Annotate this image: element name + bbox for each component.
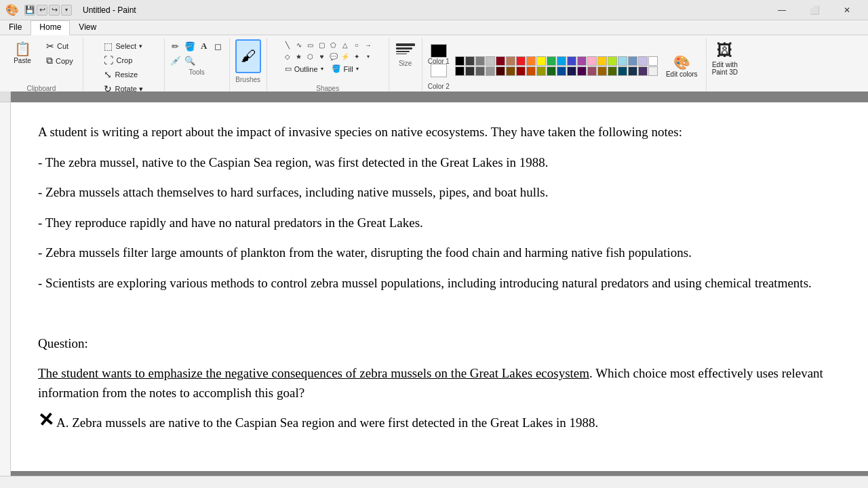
edit-colors-button[interactable]: 🎨 Edit colors — [663, 53, 701, 79]
line-shape[interactable]: ╲ — [282, 39, 293, 50]
arrow-shape[interactable]: → — [363, 39, 374, 50]
color-swatch[interactable] — [526, 56, 536, 66]
color1-box[interactable] — [431, 44, 447, 58]
color-swatch[interactable] — [638, 56, 648, 66]
close-button[interactable]: ✕ — [831, 0, 863, 20]
save-icon[interactable]: 💾 — [24, 5, 35, 16]
color-swatch[interactable] — [587, 56, 597, 66]
select-icon: ⬚ — [104, 41, 113, 52]
color-swatch[interactable] — [506, 66, 515, 76]
lightning-shape[interactable]: ⚡ — [340, 51, 351, 62]
color-swatch[interactable] — [557, 66, 566, 76]
pencil-button[interactable]: ✏ — [169, 39, 182, 53]
redo-icon[interactable]: ↪ — [49, 5, 60, 16]
color-swatch[interactable] — [526, 66, 536, 76]
star-shape[interactable]: ★ — [294, 51, 304, 62]
color-swatch[interactable] — [486, 56, 495, 66]
color-swatch[interactable] — [516, 66, 526, 76]
color-swatch[interactable] — [516, 56, 526, 66]
copy-button[interactable]: ⧉ Copy — [42, 54, 77, 68]
note-2: - Zebra mussels attach themselves to har… — [38, 183, 841, 203]
fill-button[interactable]: 🪣 — [183, 39, 197, 53]
color-swatch[interactable] — [628, 66, 637, 76]
cut-button[interactable]: ✂ Cut — [42, 39, 77, 53]
color-swatch[interactable] — [608, 66, 617, 76]
color-swatch[interactable] — [536, 56, 546, 66]
color-swatch[interactable] — [577, 66, 587, 76]
ruler-corner — [0, 92, 11, 102]
color-swatch[interactable] — [648, 56, 658, 66]
colorpicker-button[interactable]: 💉 — [169, 54, 182, 67]
color-swatch[interactable] — [587, 66, 597, 76]
color-swatch[interactable] — [638, 66, 648, 76]
resize-button[interactable]: ⤡ Resize — [100, 68, 146, 81]
crop-icon: ⛶ — [104, 55, 113, 66]
more-shapes[interactable]: ▾ — [363, 51, 374, 62]
color-swatch[interactable] — [547, 66, 556, 76]
minimize-button[interactable]: — — [766, 0, 797, 20]
outline-icon: ▭ — [285, 64, 292, 73]
star4-shape[interactable]: ✦ — [351, 51, 362, 62]
triangle-shape[interactable]: △ — [340, 39, 351, 50]
color-swatch[interactable] — [475, 56, 485, 66]
diamond-shape[interactable]: ◇ — [282, 51, 293, 62]
app-icon: 🎨 — [5, 3, 19, 17]
color-swatch[interactable] — [567, 66, 576, 76]
color-swatch[interactable] — [475, 66, 485, 76]
magnifier-button[interactable]: 🔍 — [183, 54, 197, 67]
color-swatch[interactable] — [597, 56, 607, 66]
size-button[interactable] — [393, 41, 418, 57]
window-controls: — ⬜ ✕ — [766, 0, 863, 20]
color-swatch[interactable] — [608, 56, 617, 66]
callout-shape[interactable]: 💬 — [328, 51, 339, 62]
color-swatch[interactable] — [536, 66, 546, 76]
color-swatch[interactable] — [547, 56, 556, 66]
color-swatch[interactable] — [618, 66, 627, 76]
color-swatch[interactable] — [506, 56, 515, 66]
color-swatch[interactable] — [496, 66, 505, 76]
outline-fill-row: ▭ Outline ▾ 🪣 Fill ▾ — [282, 63, 361, 75]
color-swatch[interactable] — [455, 56, 465, 66]
tab-home[interactable]: Home — [31, 20, 70, 35]
clipboard-group: 📋 Paste ✂ Cut ⧉ Copy Clipboard — [0, 38, 83, 94]
paste-button[interactable]: 📋 Paste — [5, 39, 39, 67]
roundrect-shape[interactable]: ▢ — [317, 39, 328, 50]
shapes-group-inner: ╲ ∿ ▭ ▢ ⬠ △ ○ → ◇ ★ ⬡ ♥ 💬 ⚡ ✦ ▾ ▭ Ou — [282, 39, 374, 83]
tab-view[interactable]: View — [70, 20, 105, 35]
color-swatch[interactable] — [455, 66, 465, 76]
color-swatch[interactable] — [597, 66, 607, 76]
fill-dropdown-button[interactable]: 🪣 Fill ▾ — [329, 63, 361, 75]
polygon-shape[interactable]: ⬠ — [328, 39, 339, 50]
image-group-inner: ⬚ Select ▾ ⛶ Crop ⤡ Resize ↻ Rotate ▾ — [100, 39, 146, 96]
color-boxes: Color 1 Color 2 — [428, 41, 450, 90]
color-swatch[interactable] — [486, 66, 495, 76]
maximize-button[interactable]: ⬜ — [799, 0, 830, 20]
color-swatch[interactable] — [567, 56, 576, 66]
eraser-button[interactable]: ◻ — [212, 39, 225, 53]
color2-box[interactable] — [431, 64, 447, 77]
canvas-scroll[interactable]: A student is writing a report about the … — [11, 102, 868, 476]
undo-icon[interactable]: ↩ — [37, 5, 47, 16]
curve-shape[interactable]: ∿ — [294, 39, 304, 50]
color-swatch[interactable] — [618, 56, 627, 66]
crop-button[interactable]: ⛶ Crop — [100, 54, 146, 67]
color-swatch[interactable] — [628, 56, 637, 66]
color-swatch[interactable] — [577, 56, 587, 66]
tab-file[interactable]: File — [0, 20, 31, 35]
brushes-label: Brushes — [235, 76, 260, 83]
rect-shape[interactable]: ▭ — [305, 39, 316, 50]
pentagon-shape[interactable]: ⬡ — [305, 51, 316, 62]
color-swatch[interactable] — [465, 56, 475, 66]
select-button[interactable]: ⬚ Select ▾ — [100, 39, 146, 53]
dropdown-icon[interactable]: ▾ — [61, 5, 72, 16]
color-swatch[interactable] — [648, 66, 658, 76]
color-swatch[interactable] — [496, 56, 505, 66]
ellipse-shape[interactable]: ○ — [351, 39, 362, 50]
edit-with-3d-button[interactable]: 🖼 Edit withPaint 3D — [707, 38, 743, 94]
color-swatch[interactable] — [557, 56, 566, 66]
brushes-button[interactable]: 🖌 — [235, 39, 261, 73]
color-swatch[interactable] — [465, 66, 475, 76]
outline-button[interactable]: ▭ Outline ▾ — [282, 63, 326, 75]
text-button[interactable]: A — [197, 39, 211, 53]
heart-shape[interactable]: ♥ — [317, 51, 328, 62]
